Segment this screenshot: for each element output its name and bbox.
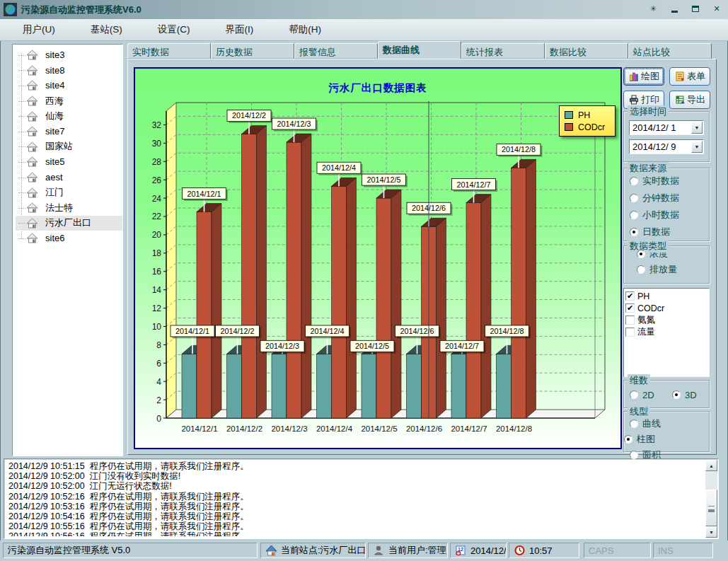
bar-CODcr-2014/12/3[interactable]	[287, 134, 311, 418]
data-source-group: 数据来源 实时数据分钟数据小时数据日数据	[623, 168, 710, 241]
tree-item-国家站[interactable]: 国家站	[16, 139, 122, 155]
param-流量[interactable]: 流量	[625, 326, 709, 338]
dimension-option-3D[interactable]: 3D	[672, 386, 709, 403]
tab-实时数据[interactable]: 实时数据	[127, 43, 211, 59]
param-氨氮[interactable]: 氨氮	[625, 314, 709, 326]
end-date-combo[interactable]: 2014/12/ 9 ▼	[629, 139, 704, 154]
time-select-group: 选择时间 2014/12/ 1 ▼ 2014/12/ 9 ▼	[623, 111, 710, 162]
tree-item-江门[interactable]: 江门	[16, 185, 122, 200]
line-type-option-曲线[interactable]: 曲线	[630, 416, 672, 432]
menu-item-4[interactable]: 帮助(H)	[282, 21, 328, 39]
svg-text:22: 22	[152, 212, 162, 221]
menu-bar: 用户(U)基站(S)设置(C)界面(I)帮助(H)	[0, 19, 728, 41]
minimize-button[interactable]	[669, 3, 680, 14]
tree-item-西海[interactable]: 西海	[16, 93, 122, 109]
data-type-option-排放量[interactable]: 排放量	[637, 262, 709, 277]
导出-button[interactable]: 导出	[669, 91, 710, 109]
param-CODcr[interactable]: ✔CODcr	[625, 302, 709, 314]
svg-text:2014/12/6: 2014/12/6	[406, 424, 442, 433]
tree-item-site5[interactable]: site5	[16, 154, 122, 170]
scrollbar-thumb[interactable]	[705, 490, 717, 526]
表单-button[interactable]: 表单	[669, 67, 710, 86]
start-date-value: 2014/12/ 1	[632, 122, 676, 133]
bar-CODcr-2014/12/8[interactable]	[512, 159, 536, 418]
maximize-button[interactable]	[690, 3, 701, 14]
chart-icon	[628, 71, 640, 82]
option-label: 排放量	[649, 263, 677, 276]
export-icon	[674, 94, 686, 105]
menu-item-2[interactable]: 设置(C)	[151, 21, 197, 39]
tab-数据比较[interactable]: 数据比较	[545, 43, 628, 59]
option-label: 3D	[685, 390, 697, 400]
tree-item-法士特[interactable]: 法士特	[16, 200, 122, 216]
line-type-option-柱图[interactable]: 柱图	[624, 432, 666, 447]
group-title: 维数	[628, 374, 650, 387]
svg-text:2014/12/2: 2014/12/2	[232, 111, 266, 120]
绘图-button[interactable]: 绘图	[623, 67, 664, 86]
scroll-down-icon[interactable]: ▼	[705, 526, 717, 538]
radio-icon	[630, 451, 638, 459]
tab-历史数据[interactable]: 历史数据	[211, 43, 294, 59]
status-current-station: 当前站点:污水厂出口	[260, 543, 366, 558]
tab-统计报表[interactable]: 统计报表	[461, 43, 545, 59]
app-window: { "window": { "title": "污染源自动监控管理系统V6.0"…	[0, 0, 728, 561]
svg-text:2014/12/5: 2014/12/5	[355, 342, 389, 350]
bar-CODcr-2014/12/1[interactable]	[197, 204, 221, 418]
title-bar: 污染源自动监控管理系统V6.0 ✳✕	[0, 0, 728, 19]
checkbox-icon	[625, 328, 635, 337]
tree-item-site4[interactable]: site4	[16, 78, 122, 93]
menu-item-0[interactable]: 用户(U)	[16, 21, 62, 39]
station-icon	[26, 50, 38, 60]
tree-item-site3[interactable]: site3	[16, 47, 122, 63]
bar-CODcr-2014/12/2[interactable]	[242, 125, 267, 418]
close-button[interactable]: ✕	[711, 3, 722, 14]
option-label: 2D	[642, 390, 654, 400]
start-date-combo[interactable]: 2014/12/ 1 ▼	[629, 120, 704, 135]
option-label: 小时数据	[642, 209, 679, 221]
log-scrollbar[interactable]: ▲ ▼	[705, 460, 717, 538]
tab-page-data-curve: 污水厂出口数据图表 024681012141618202224262830322…	[127, 59, 717, 455]
tree-item-site8[interactable]: site8	[16, 63, 122, 79]
tree-item-site7[interactable]: site7	[16, 124, 122, 139]
svg-text:30: 30	[152, 139, 162, 149]
chevron-down-icon[interactable]: ▼	[691, 122, 703, 134]
printer-icon	[628, 94, 640, 105]
tree-item-污水厂出口[interactable]: 污水厂出口	[16, 216, 122, 231]
param-PH[interactable]: ✔PH	[625, 290, 709, 302]
data-source-option-实时数据[interactable]: 实时数据	[630, 173, 709, 190]
tab-报警信息[interactable]: 报警信息	[294, 43, 378, 59]
data-source-option-日数据[interactable]: 日数据	[630, 224, 709, 241]
chevron-down-icon[interactable]: ▼	[691, 141, 703, 153]
tool-button[interactable]: ✳	[647, 3, 659, 14]
tab-数据曲线[interactable]: 数据曲线	[378, 41, 461, 59]
tree-item-label: 西海	[43, 94, 66, 108]
status-ins: INS	[653, 543, 713, 558]
tab-站点比较[interactable]: 站点比较	[628, 43, 712, 59]
log-line: 2014/12/9 10:55:16 程序仍在试用期，请联系我们注册程序。	[8, 521, 703, 531]
bar-CODcr-2014/12/6[interactable]	[422, 218, 446, 418]
tree-item-site6[interactable]: site6	[16, 231, 122, 246]
tree-item-仙海[interactable]: 仙海	[16, 108, 122, 124]
svg-text:2014/12/5: 2014/12/5	[361, 424, 397, 433]
station-icon	[26, 172, 38, 183]
svg-text:10: 10	[152, 322, 162, 332]
param-label: 流量	[637, 326, 655, 338]
data-source-option-小时数据[interactable]: 小时数据	[630, 207, 709, 224]
data-source-option-分钟数据[interactable]: 分钟数据	[630, 190, 709, 207]
toolbar-buttons: 绘图表单打印导出	[623, 67, 711, 109]
bar-CODcr-2014/12/7[interactable]	[466, 195, 491, 418]
tree-item-label: site4	[43, 79, 67, 91]
end-date-value: 2014/12/ 9	[632, 141, 676, 152]
bar-CODcr-2014/12/5[interactable]	[376, 190, 401, 418]
bar-CODcr-2014/12/4[interactable]	[332, 178, 357, 418]
svg-text:2014/12/7: 2014/12/7	[456, 180, 490, 189]
tree-item-aest[interactable]: aest	[16, 170, 122, 185]
svg-text:2: 2	[156, 395, 161, 405]
menu-item-1[interactable]: 基站(S)	[83, 21, 129, 39]
menu-item-3[interactable]: 界面(I)	[219, 21, 261, 39]
radio-icon	[624, 435, 632, 444]
dimension-option-2D[interactable]: 2D	[630, 386, 666, 403]
legend-entry-PH: PH	[565, 109, 609, 121]
radio-icon	[630, 194, 638, 202]
line-type-option-面积[interactable]: 面积	[630, 447, 672, 463]
